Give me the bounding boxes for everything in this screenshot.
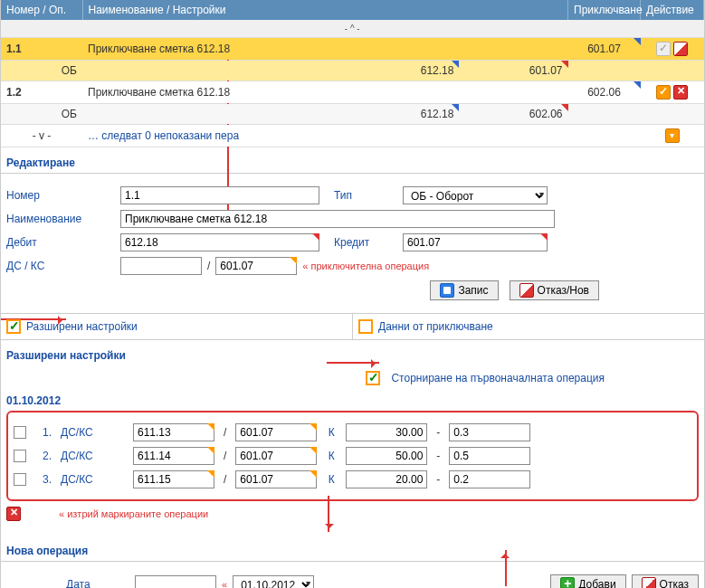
- disk-icon: [440, 283, 454, 298]
- checkbox-icon[interactable]: [358, 319, 373, 334]
- op-checkbox[interactable]: [14, 473, 26, 486]
- op-line: 2. ДС/КС / К -: [14, 447, 691, 465]
- table-subrow: ОБ 612.18 601.07: [1, 61, 704, 81]
- cancel-button[interactable]: Отказ/Нов: [510, 280, 599, 300]
- op-acct-a[interactable]: [133, 470, 214, 488]
- edit-icon[interactable]: [673, 42, 688, 56]
- op-amount[interactable]: [346, 470, 427, 488]
- op-coef[interactable]: [449, 423, 530, 441]
- save-button[interactable]: Запис: [430, 280, 498, 300]
- annotation-arrow-storno: [327, 362, 379, 364]
- col-number: Номер / Оп.: [1, 0, 82, 20]
- date-select[interactable]: 01.10.2012: [233, 575, 314, 588]
- newop-section-title: Нова операция: [1, 536, 704, 562]
- op-line: 3. ДС/КС / К -: [14, 470, 691, 488]
- col-action: Действие: [641, 0, 704, 20]
- checkbox-icon[interactable]: [6, 319, 21, 334]
- type-select[interactable]: ОБ - Оборот: [403, 186, 548, 204]
- subrow-debit: 612.18: [82, 61, 459, 81]
- subrow-credit: 601.07: [459, 61, 567, 81]
- dsks-field-1[interactable]: [120, 257, 202, 275]
- num-label: Номер: [6, 189, 115, 202]
- delete-marked-label[interactable]: « изтрий маркираните операции: [59, 508, 208, 519]
- newop-form: Дата « 01.10.2012 Добави Отказ ДС/КС /: [1, 562, 704, 588]
- date-field-blank[interactable]: [135, 575, 216, 588]
- cancel-icon: [642, 577, 656, 588]
- table-row[interactable]: 1.2 Приключване сметка 612.18 602.06: [1, 81, 704, 104]
- op-k: К: [326, 426, 337, 439]
- op-acct-b[interactable]: [235, 470, 317, 488]
- dsks-label: ДС/КС: [61, 450, 124, 462]
- op-amount[interactable]: [346, 423, 427, 441]
- col-close: Приключване: [568, 0, 641, 20]
- storno-label: Сторниране на първоначалната операция: [391, 372, 605, 384]
- row-name: Приключване сметка 612.18: [82, 81, 568, 104]
- row-num: 1.2: [6, 86, 22, 99]
- cancel-icon: [519, 283, 534, 298]
- name-field[interactable]: [120, 210, 555, 228]
- dsks-field-2[interactable]: [215, 257, 297, 275]
- col-name: Наименование / Настройки: [82, 0, 568, 20]
- storno-checkbox[interactable]: [366, 371, 380, 385]
- newop-cancel-button[interactable]: Отказ: [632, 574, 699, 588]
- subrow-ob: ОБ: [1, 61, 82, 81]
- op-acct-a[interactable]: [133, 423, 214, 441]
- row-close: 601.07: [568, 38, 641, 61]
- row-num: 1.1: [6, 43, 22, 55]
- adv-date: 01.10.2012: [1, 394, 704, 407]
- credit-label: Кредит: [334, 236, 397, 249]
- close-op-note: « приключителна операция: [302, 261, 429, 271]
- delete-icon[interactable]: [673, 85, 688, 100]
- from-close-toggle[interactable]: Данни от приключване: [352, 314, 704, 339]
- op-k: К: [326, 450, 337, 462]
- edit-form: Номер Тип ОБ - Оборот Наименование Дебит…: [1, 174, 704, 313]
- op-acct-b[interactable]: [235, 423, 317, 441]
- name-label: Наименование: [6, 213, 115, 225]
- annotation-arrow-add: [505, 550, 507, 586]
- operations-detail-box: 1. ДС/КС / К - 2. ДС/КС / К - 3. ДС/КС: [6, 411, 699, 501]
- more-rows[interactable]: - v - … следват 0 непоказани пера ▾: [1, 125, 704, 147]
- debit-field[interactable]: [120, 233, 319, 251]
- edit-section-title: Редактиране: [1, 147, 704, 174]
- op-acct-b[interactable]: [235, 447, 317, 465]
- op-coef[interactable]: [449, 447, 530, 465]
- delete-marked-icon[interactable]: [6, 507, 21, 521]
- op-k: К: [326, 473, 337, 486]
- table-subrow: ОБ 612.18 602.06: [1, 104, 704, 125]
- op-amount[interactable]: [346, 447, 427, 465]
- op-checkbox[interactable]: [14, 426, 26, 439]
- annotation-arrow-date: [328, 496, 329, 532]
- dsks-label: ДС/КС: [61, 426, 124, 439]
- add-button[interactable]: Добави: [550, 574, 625, 588]
- row-name: Приключване сметка 612.18: [82, 38, 568, 61]
- subrow-ob: ОБ: [1, 104, 82, 125]
- accept-icon[interactable]: [656, 85, 671, 100]
- dsks-label: ДС/КС: [61, 473, 124, 486]
- credit-field[interactable]: [403, 233, 548, 251]
- plus-icon: [560, 577, 575, 588]
- table-header-row: Номер / Оп. Наименование / Настройки При…: [1, 0, 704, 20]
- expand-up-row[interactable]: - ^ -: [1, 20, 704, 38]
- op-checkbox[interactable]: [14, 450, 26, 462]
- dsks-label: ДС / КС: [6, 260, 115, 272]
- date-label: Дата: [66, 578, 129, 588]
- subrow-credit: 602.06: [459, 104, 567, 125]
- type-label: Тип: [334, 189, 397, 202]
- table-row[interactable]: 1.1 Приключване сметка 612.18 601.07: [1, 38, 704, 61]
- row-close: 602.06: [568, 81, 641, 104]
- accept-icon[interactable]: [656, 42, 671, 56]
- expand-icon[interactable]: ▾: [665, 128, 680, 143]
- op-line: 1. ДС/КС / К -: [14, 423, 691, 441]
- op-acct-a[interactable]: [133, 447, 214, 465]
- more-rows-link[interactable]: … следват 0 непоказани пера: [82, 125, 641, 147]
- op-coef[interactable]: [449, 470, 530, 488]
- operations-table: Номер / Оп. Наименование / Настройки При…: [1, 0, 704, 147]
- toggle-row: Разширени настройки Данни от приключване: [1, 313, 704, 340]
- num-field[interactable]: [120, 186, 319, 204]
- debit-label: Дебит: [6, 236, 115, 249]
- subrow-debit: 612.18: [82, 104, 459, 125]
